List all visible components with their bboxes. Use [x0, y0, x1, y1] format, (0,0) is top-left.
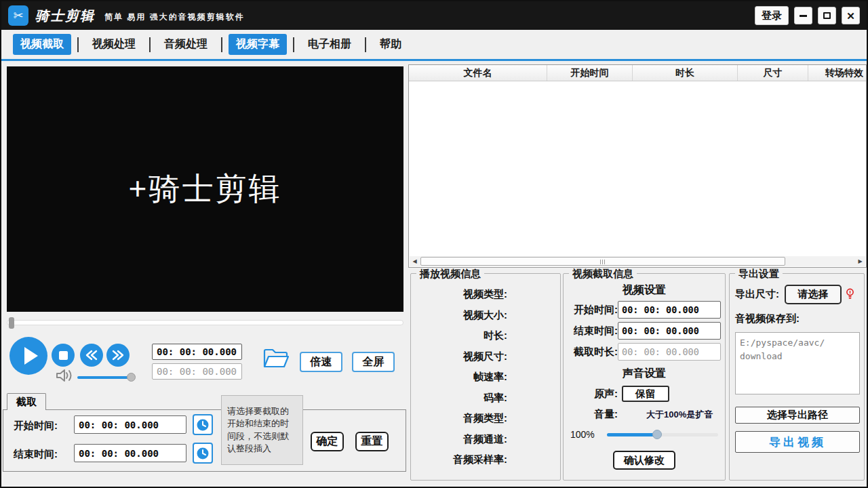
- rewind-button[interactable]: [80, 344, 103, 367]
- scroll-left-arrow[interactable]: ◀: [410, 256, 420, 266]
- play-button[interactable]: [9, 337, 47, 375]
- capture-tab[interactable]: 截取: [7, 393, 46, 410]
- tab-help[interactable]: 帮助: [372, 34, 409, 55]
- video-watermark: +骑士剪辑: [129, 168, 282, 210]
- sound-settings-title: 声音设置: [564, 367, 725, 381]
- window-controls: 登录 ✕: [755, 6, 860, 25]
- export-video-button[interactable]: 导出视频: [735, 431, 860, 453]
- info-label: 码率:: [411, 392, 507, 413]
- info-label: 时长:: [411, 329, 507, 350]
- video-preview[interactable]: +骑士剪辑: [7, 66, 403, 312]
- close-icon: ✕: [846, 11, 855, 21]
- volume-icon[interactable]: [56, 367, 75, 384]
- progress-handle[interactable]: [9, 317, 14, 329]
- capture-reset-button[interactable]: 重置: [355, 432, 389, 451]
- export-size-label: 导出尺寸:: [735, 288, 779, 301]
- play-icon: [24, 347, 38, 365]
- keep-sound-button[interactable]: 保留: [622, 386, 669, 402]
- play-info-title: 播放视频信息: [416, 268, 484, 279]
- total-time-field[interactable]: [152, 363, 242, 380]
- info-value: [507, 288, 560, 309]
- export-settings-panel: 导出设置 导出尺寸: 请选择 音视频保存到: E:/pyspace/aavc/: [729, 273, 865, 481]
- save-path-box[interactable]: E:/pyspace/aavc/ download: [735, 332, 860, 394]
- column-transition[interactable]: 转场特效: [808, 65, 866, 81]
- tab-audio-process[interactable]: 音频处理: [157, 34, 215, 55]
- info-value: [507, 453, 560, 474]
- choose-export-path-button[interactable]: 选择导出路径: [735, 407, 860, 424]
- capture-end-clock-button[interactable]: [193, 443, 213, 464]
- capture-volume-handle[interactable]: [652, 430, 662, 439]
- fullscreen-button[interactable]: 全屏: [352, 352, 395, 372]
- ci-start-input[interactable]: [618, 301, 721, 319]
- login-button[interactable]: 登录: [755, 6, 789, 25]
- capture-ok-button[interactable]: 确定: [311, 432, 344, 451]
- scrollbar-grip-icon: [600, 260, 606, 264]
- capture-pane: 开始时间: 结束时间: 请选择要截取的开始和结束的时间段，不选则默认: [3, 409, 406, 472]
- choose-size-button[interactable]: 请选择: [785, 285, 842, 304]
- info-label: 视频尺寸:: [411, 350, 507, 371]
- open-file-button[interactable]: [262, 346, 290, 370]
- info-label: 视频大小:: [411, 309, 507, 330]
- capture-end-input[interactable]: [74, 444, 186, 462]
- capture-end-label: 结束时间:: [14, 448, 58, 461]
- tab-separator: [293, 37, 294, 52]
- clock-icon: [195, 418, 210, 432]
- current-time-field[interactable]: [152, 344, 242, 360]
- export-settings-title: 导出设置: [735, 268, 783, 279]
- capture-volume-slider[interactable]: [607, 433, 718, 436]
- ci-duration-input: [618, 343, 721, 361]
- ci-start-label: 开始时间:: [564, 304, 618, 317]
- info-value: [507, 412, 560, 433]
- stop-button[interactable]: [52, 344, 75, 367]
- minimize-button[interactable]: [794, 7, 812, 24]
- column-size[interactable]: 尺寸: [738, 65, 808, 81]
- volume-slider[interactable]: [77, 376, 132, 379]
- tab-video-capture[interactable]: 视频截取: [13, 34, 71, 55]
- info-label: 帧速率:: [411, 371, 507, 392]
- speed-button[interactable]: 倍速: [300, 352, 342, 372]
- info-label: 音频通道:: [411, 433, 507, 454]
- main-content: +骑士剪辑: [1, 61, 867, 485]
- info-value: [507, 309, 560, 330]
- rewind-icon: [85, 350, 98, 361]
- playback-progress-slider[interactable]: [7, 320, 403, 325]
- minimize-icon: [800, 15, 807, 17]
- confirm-changes-button[interactable]: 确认修改: [613, 451, 675, 470]
- tab-video-process[interactable]: 视频处理: [85, 34, 143, 55]
- tab-separator: [149, 37, 151, 52]
- info-label: 视频类型:: [411, 288, 507, 309]
- capture-start-input[interactable]: [74, 415, 186, 434]
- close-button[interactable]: ✕: [842, 7, 860, 24]
- capture-start-clock-button[interactable]: [193, 414, 213, 435]
- titlebar: ✂ 骑士剪辑 简单 易用 强大的音视频剪辑软件 登录 ✕: [1, 1, 867, 30]
- column-filename[interactable]: 文件名: [409, 65, 547, 81]
- column-start-time[interactable]: 开始时间: [547, 65, 633, 81]
- table-horizontal-scrollbar[interactable]: ◀ ▶: [410, 256, 865, 266]
- clip-table-body[interactable]: [409, 81, 866, 257]
- volume-label: 音量:: [564, 408, 618, 421]
- right-pane: 文件名 开始时间 时长 尺寸 转场特效 ◀ ▶ 播放视频: [408, 61, 867, 485]
- clip-table[interactable]: 文件名 开始时间 时长 尺寸 转场特效 ◀ ▶: [408, 64, 867, 268]
- clock-icon: [195, 446, 210, 461]
- capture-hint: 请选择要截取的开始和结束的时间段，不选则默认整段插入: [221, 395, 303, 465]
- scrollbar-thumb[interactable]: [420, 257, 785, 266]
- app-tagline: 简单 易用 强大的音视频剪辑软件: [104, 12, 245, 23]
- ci-end-input[interactable]: [618, 322, 721, 340]
- tab-photo-album[interactable]: 电子相册: [300, 34, 359, 55]
- fast-forward-icon: [111, 350, 125, 361]
- main-tabbar: 视频截取 视频处理 音频处理 视频字幕 电子相册 帮助: [1, 30, 867, 61]
- scroll-right-arrow[interactable]: ▶: [855, 256, 865, 266]
- tab-video-subtitle[interactable]: 视频字幕: [229, 34, 287, 55]
- fast-forward-button[interactable]: [106, 344, 130, 367]
- column-duration[interactable]: 时长: [633, 65, 738, 81]
- tab-separator: [221, 37, 222, 52]
- player-pane: +骑士剪辑: [1, 61, 408, 485]
- info-value: [507, 392, 560, 413]
- clip-table-header: 文件名 开始时间 时长 尺寸 转场特效: [409, 65, 866, 81]
- maximize-button[interactable]: [818, 7, 836, 24]
- save-to-label: 音视频保存到:: [735, 312, 859, 325]
- info-label: 音频类型:: [411, 412, 507, 433]
- info-label: 音频采样率:: [411, 453, 507, 474]
- ci-duration-label: 截取时长:: [564, 346, 618, 359]
- volume-handle[interactable]: [127, 373, 136, 382]
